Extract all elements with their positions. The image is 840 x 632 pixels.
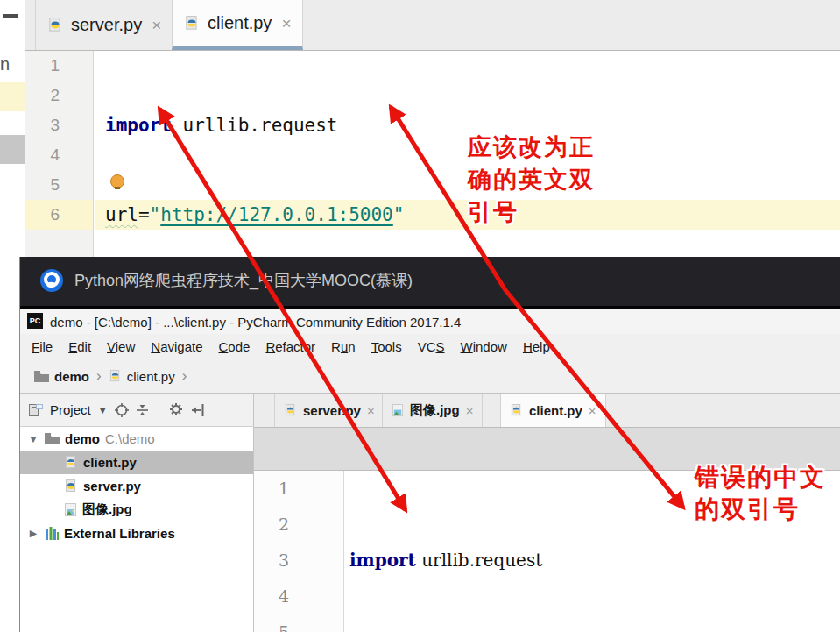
menu-help[interactable]: Help bbox=[515, 339, 558, 354]
breadcrumb-item-demo[interactable]: demo bbox=[54, 369, 89, 384]
tab-label: 图像.jpg bbox=[410, 402, 460, 419]
collapse-all-icon[interactable] bbox=[136, 403, 149, 417]
annotation-wrong-quotes: 错误的中文 的双引号 bbox=[695, 462, 826, 525]
tree-item-demo-root[interactable]: ▼ demo C:\demo bbox=[20, 427, 253, 451]
inner-editor-tab-bar: server.py × 图像.jpg × client.py × bbox=[254, 394, 840, 428]
video-window: Python网络爬虫程序技术_中国大学MOOC(慕课) PC demo - [C… bbox=[19, 257, 840, 632]
gutter-line-number: 1 bbox=[254, 471, 343, 507]
chevron-right-icon: › bbox=[96, 367, 102, 385]
tab-client-py[interactable]: client.py × bbox=[172, 0, 303, 50]
code-line-1: import urllib.request bbox=[105, 110, 460, 140]
libraries-icon bbox=[45, 527, 59, 540]
chevron-right-icon: › bbox=[182, 367, 187, 385]
url-hyperlink[interactable]: http://127.0.0.1:5000 bbox=[160, 204, 393, 225]
inner-line-number-gutter: 1 2 3 4 5 bbox=[254, 471, 344, 632]
menu-vcs[interactable]: VCS bbox=[410, 339, 453, 354]
gutter-line-number: 4 bbox=[25, 140, 93, 170]
close-icon[interactable]: × bbox=[466, 403, 474, 418]
tab-label: client.py bbox=[529, 403, 582, 418]
gutter-line-number-current: 6 bbox=[25, 200, 93, 230]
tree-item-external-libraries[interactable]: ▶ External Libraries bbox=[20, 522, 253, 545]
code-line-1: import urllib.request bbox=[349, 543, 637, 579]
breadcrumb: demo › client.py › bbox=[20, 359, 840, 394]
python-file-icon bbox=[64, 456, 78, 470]
expanded-arrow-icon[interactable]: ▼ bbox=[27, 434, 39, 444]
tab-client-py[interactable]: client.py × bbox=[500, 394, 606, 427]
hide-panel-icon[interactable] bbox=[191, 404, 205, 416]
intention-lightbulb-icon[interactable] bbox=[110, 174, 124, 188]
pycharm-window-title: demo - [C:\demo] - ...\client.py - PyCha… bbox=[50, 315, 461, 330]
gutter-line-number: 5 bbox=[254, 614, 343, 632]
editor-tab-bar: server.py × client.py × bbox=[25, 0, 840, 51]
python-file-icon bbox=[109, 370, 122, 383]
sliver-highlight-yellow bbox=[0, 82, 25, 111]
breadcrumb-item-client[interactable]: client.py bbox=[127, 369, 175, 384]
image-file-icon bbox=[64, 503, 77, 517]
annotation-correct-quotes: 应该改为正 确的英文双 引号 bbox=[468, 131, 595, 229]
menu-edit[interactable]: Edit bbox=[60, 339, 99, 354]
menu-tools[interactable]: Tools bbox=[364, 339, 410, 354]
tab-server-py[interactable]: server.py × bbox=[35, 0, 173, 50]
sliver-highlight-gray bbox=[0, 135, 25, 164]
player-window-title: Python网络爬虫程序技术_中国大学MOOC(慕课) bbox=[74, 270, 413, 291]
folder-icon bbox=[34, 371, 49, 382]
tree-item-client-py[interactable]: client.py bbox=[20, 451, 253, 474]
collapsed-arrow-icon[interactable]: ▶ bbox=[27, 528, 39, 539]
gutter-line-number: 3 bbox=[254, 543, 343, 579]
close-icon[interactable]: × bbox=[281, 14, 291, 33]
gutter-line-number: 2 bbox=[254, 507, 343, 543]
project-tree: ▼ demo C:\demo client.py server.py bbox=[20, 427, 254, 632]
tree-item-image-jpg[interactable]: 图像.jpg bbox=[20, 498, 253, 522]
close-icon[interactable]: × bbox=[589, 403, 596, 418]
inner-code-text[interactable]: import urllib.request url=“http://127.0.… bbox=[349, 471, 637, 632]
gutter-line-number: 1 bbox=[25, 51, 93, 81]
menu-file[interactable]: File bbox=[24, 339, 60, 354]
screenshot-canvas: n server.py × client.py × 1 2 3 4 5 6 im… bbox=[0, 0, 840, 632]
gutter-line-number: 2 bbox=[25, 81, 93, 110]
menu-run[interactable]: Run bbox=[323, 339, 364, 354]
tab-label: server.py bbox=[71, 15, 142, 35]
project-panel-title[interactable]: Project bbox=[50, 402, 91, 417]
image-file-icon bbox=[392, 404, 404, 417]
python-file-icon bbox=[47, 18, 63, 33]
menu-navigate[interactable]: Navigate bbox=[143, 339, 210, 354]
pycharm-app-icon: PC bbox=[27, 313, 43, 329]
menu-code[interactable]: Code bbox=[211, 339, 258, 354]
close-icon[interactable]: × bbox=[152, 16, 161, 35]
dropdown-arrow-icon[interactable]: ▼ bbox=[98, 405, 108, 415]
tab-label: server.py bbox=[303, 403, 361, 418]
project-view-icon bbox=[29, 404, 43, 416]
project-panel-header: Project ▼ bbox=[20, 394, 254, 427]
menu-bar: File Edit View Navigate Code Refactor Ru… bbox=[20, 334, 840, 359]
line-number-gutter: 1 2 3 4 5 6 bbox=[25, 51, 94, 257]
clipped-panel-text: n bbox=[0, 54, 10, 75]
gutter-line-number: 3 bbox=[25, 110, 93, 140]
menu-window[interactable]: Window bbox=[453, 339, 515, 354]
python-file-icon bbox=[284, 404, 297, 417]
collapse-dash-icon[interactable] bbox=[3, 14, 18, 18]
gutter-line-number: 4 bbox=[254, 579, 343, 614]
tab-image-jpg[interactable]: 图像.jpg × bbox=[382, 394, 483, 427]
folder-icon bbox=[45, 433, 60, 444]
close-icon[interactable]: × bbox=[367, 403, 375, 418]
code-line-2: url="http://127.0.0.1:5000" bbox=[105, 200, 460, 230]
toolbar-separator bbox=[159, 402, 159, 418]
tab-label: client.py bbox=[208, 13, 272, 33]
python-file-icon bbox=[510, 404, 523, 417]
browser-logo-icon bbox=[39, 268, 64, 293]
menu-view[interactable]: View bbox=[99, 339, 143, 354]
player-title-bar: Python网络爬虫程序技术_中国大学MOOC(慕课) bbox=[20, 257, 840, 306]
python-file-icon bbox=[64, 479, 78, 494]
locate-icon[interactable] bbox=[115, 403, 129, 417]
tree-item-server-py[interactable]: server.py bbox=[20, 474, 253, 498]
tab-server-py[interactable]: server.py × bbox=[274, 394, 385, 427]
menu-refactor[interactable]: Refactor bbox=[258, 339, 323, 354]
gutter-line-number: 5 bbox=[25, 170, 93, 200]
left-panel-sliver: n bbox=[0, 0, 25, 257]
gear-settings-icon[interactable] bbox=[169, 402, 184, 417]
python-file-icon bbox=[184, 16, 200, 32]
